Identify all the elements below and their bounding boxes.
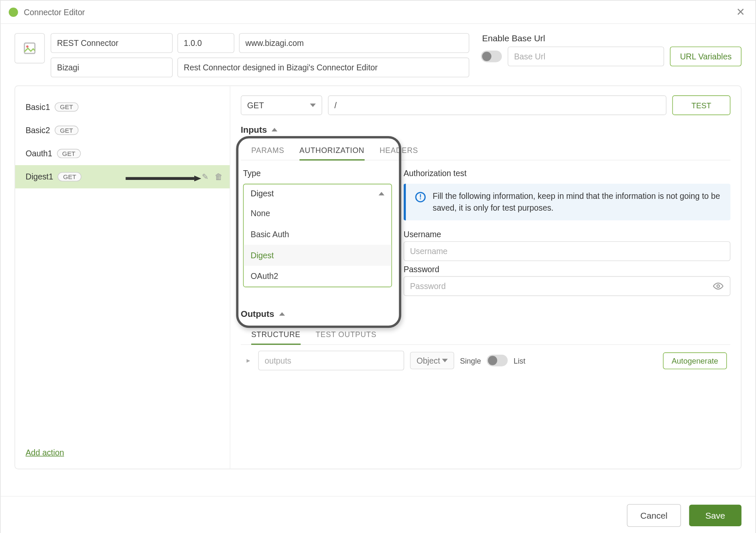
- auth-option-basic[interactable]: Basic Auth: [244, 224, 391, 245]
- base-url-input[interactable]: [508, 46, 665, 66]
- auth-type-dropdown[interactable]: Digest None Basic Auth Digest OAuth2: [243, 184, 392, 287]
- list-label: List: [514, 356, 525, 365]
- method-badge: GET: [58, 172, 81, 181]
- auth-type-column: Type Digest None Basic Auth Digest OAuth…: [241, 169, 392, 296]
- action-name: Basic1: [26, 102, 50, 112]
- connector-editor-window: Connector Editor ✕ Enable Base Url URL V…: [0, 0, 756, 533]
- base-url-area: Enable Base Url URL Variables: [481, 33, 741, 67]
- svg-point-1: [26, 46, 29, 48]
- input-tabs: PARAMS AUTHORIZATION HEADERS: [241, 138, 730, 161]
- header-section: Enable Base Url URL Variables: [0, 24, 755, 80]
- auth-type-selected: Digest: [251, 189, 274, 198]
- info-banner: ! Fill the following information, keep i…: [404, 184, 731, 220]
- chevron-up-icon: [378, 192, 384, 195]
- action-item-basic2[interactable]: Basic2 GET: [15, 119, 230, 142]
- body-area: Basic1 GET Basic2 GET Oauth1 GET Digest1…: [15, 86, 742, 469]
- tab-headers[interactable]: HEADERS: [380, 141, 418, 160]
- window-title: Connector Editor: [24, 7, 734, 16]
- main-panel: GET TEST Inputs PARAMS AUTHORIZATION HEA…: [230, 86, 741, 469]
- http-method-select[interactable]: GET: [241, 95, 322, 115]
- password-label: Password: [404, 265, 731, 274]
- tab-structure[interactable]: STRUCTURE: [251, 326, 300, 345]
- auth-option-oauth2[interactable]: OAuth2: [244, 266, 391, 287]
- test-button[interactable]: TEST: [672, 95, 730, 115]
- annotation-arrow: [126, 174, 201, 180]
- action-item-oauth1[interactable]: Oauth1 GET: [15, 142, 230, 165]
- eye-icon[interactable]: [713, 281, 724, 293]
- auth-option-digest[interactable]: Digest: [244, 245, 391, 266]
- method-row: GET TEST: [241, 95, 730, 115]
- connector-thumbnail[interactable]: [15, 33, 45, 64]
- svg-point-4: [717, 285, 719, 287]
- username-label: Username: [404, 230, 731, 239]
- outputs-section-label[interactable]: Outputs: [241, 309, 730, 319]
- edit-icon[interactable]: ✎: [202, 172, 209, 181]
- tab-authorization[interactable]: AUTHORIZATION: [300, 141, 365, 161]
- method-badge: GET: [55, 102, 78, 112]
- tab-test-outputs[interactable]: TEST OUTPUTS: [316, 326, 377, 344]
- enable-base-url-toggle[interactable]: [481, 51, 502, 62]
- connector-description-input[interactable]: [177, 58, 469, 78]
- chevron-down-icon: [310, 104, 316, 107]
- single-list-toggle[interactable]: [487, 355, 508, 367]
- chevron-up-icon: [271, 128, 277, 131]
- action-item-basic1[interactable]: Basic1 GET: [15, 95, 230, 118]
- connector-site-input[interactable]: [239, 33, 469, 53]
- action-name: Oauth1: [26, 149, 52, 158]
- output-name-input[interactable]: [258, 351, 405, 370]
- action-item-digest1[interactable]: Digest1 GET ✎ 🗑: [15, 165, 230, 188]
- connector-vendor-input[interactable]: [51, 58, 173, 78]
- password-input[interactable]: [404, 276, 731, 296]
- output-type-select[interactable]: Object: [410, 352, 454, 369]
- expand-caret-icon[interactable]: ▸: [244, 356, 252, 364]
- action-name: Basic2: [26, 126, 50, 135]
- actions-sidebar: Basic1 GET Basic2 GET Oauth1 GET Digest1…: [15, 86, 231, 469]
- chevron-down-icon: [442, 359, 448, 362]
- delete-icon[interactable]: 🗑: [214, 172, 223, 181]
- meta-fields: [51, 33, 469, 78]
- add-action-link[interactable]: Add action: [15, 443, 230, 463]
- app-logo-icon: [9, 7, 18, 16]
- auth-test-panel: Authorization test ! Fill the following …: [404, 169, 731, 296]
- chevron-up-icon: [279, 312, 285, 316]
- action-name: Digest1: [26, 172, 54, 181]
- enable-base-url-label: Enable Base Url: [482, 33, 741, 43]
- autogenerate-button[interactable]: Autogenerate: [663, 352, 727, 369]
- method-badge: GET: [55, 126, 78, 135]
- type-label: Type: [243, 169, 392, 178]
- close-icon[interactable]: ✕: [734, 3, 748, 21]
- auth-option-none[interactable]: None: [244, 203, 391, 224]
- username-input[interactable]: [404, 241, 731, 261]
- path-input[interactable]: [328, 95, 666, 115]
- footer: Cancel Save: [0, 496, 755, 533]
- http-method-value: GET: [247, 101, 264, 110]
- connector-name-input[interactable]: [51, 33, 173, 53]
- connector-version-input[interactable]: [177, 33, 234, 53]
- info-icon: !: [415, 192, 426, 202]
- auth-test-title: Authorization test: [404, 169, 731, 178]
- output-tabs: STRUCTURE TEST OUTPUTS: [241, 322, 730, 345]
- save-button[interactable]: Save: [689, 505, 741, 526]
- url-variables-button[interactable]: URL Variables: [670, 46, 741, 66]
- svg-marker-3: [194, 176, 201, 182]
- info-message: Fill the following information, keep in …: [433, 191, 721, 214]
- single-label: Single: [460, 356, 481, 365]
- inputs-section-label[interactable]: Inputs: [241, 124, 730, 134]
- tab-params[interactable]: PARAMS: [251, 141, 284, 160]
- method-badge: GET: [57, 149, 80, 158]
- titlebar: Connector Editor ✕: [0, 0, 755, 24]
- cancel-button[interactable]: Cancel: [627, 504, 681, 527]
- outputs-section: Outputs STRUCTURE TEST OUTPUTS ▸ Object: [241, 309, 730, 370]
